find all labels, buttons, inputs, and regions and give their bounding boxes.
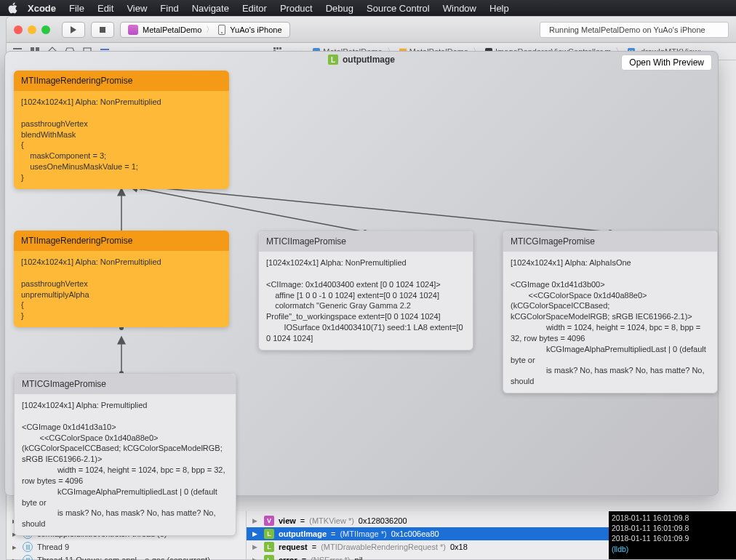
menu-debug[interactable]: Debug — [326, 3, 353, 14]
open-with-preview-button[interactable]: Open With Preview — [621, 55, 712, 71]
variable-row[interactable]: ▶Lrequest = (MTIDrawableRenderingRequest… — [252, 540, 603, 553]
graph-node[interactable]: MTICGImagePromise [1024x1024x1] Alpha: A… — [503, 231, 718, 393]
node-title: MTICGImagePromise — [503, 231, 717, 252]
svg-rect-4 — [31, 47, 34, 51]
app-name[interactable]: Xcode — [28, 3, 56, 14]
minimize-button[interactable] — [28, 25, 36, 34]
svg-rect-1 — [13, 48, 22, 49]
console[interactable]: 2018-01-11 16:01:09.8 2018-01-11 16:01:0… — [609, 511, 736, 559]
node-body: [1024x1024x1] Alpha: NonPremultiplied pa… — [14, 91, 229, 189]
scheme-icon — [128, 25, 138, 35]
node-body: [1024x1024x1] Alpha: Premultiplied <CGIm… — [15, 394, 236, 535]
graph-node[interactable]: MTIImageRenderingPromise [1024x1024x1] A… — [14, 71, 229, 189]
zoom-button[interactable] — [41, 25, 50, 34]
apple-logo-icon — [7, 2, 17, 14]
variable-row[interactable]: ▶Vview = (MTKView *) 0x128036200 — [252, 514, 603, 527]
titlebar: MetalPetalDemo 〉 YuAo's iPhone Running M… — [7, 17, 736, 43]
panel-title: L outputImage — [328, 55, 395, 65]
variable-row-selected[interactable]: ▶LoutputImage = (MTIImage *) 0x1c006ea80 — [247, 527, 609, 540]
macos-menubar: Xcode File Edit View Find Navigate Edito… — [0, 0, 736, 16]
menu-editor[interactable]: Editor — [242, 3, 267, 14]
svg-rect-0 — [100, 27, 105, 33]
menu-window[interactable]: Window — [443, 3, 476, 14]
svg-rect-13 — [276, 47, 279, 49]
window-controls — [14, 25, 50, 34]
menu-help[interactable]: Help — [489, 3, 509, 14]
node-body: [1024x1024x1] Alpha: NonPremultiplied <C… — [259, 252, 473, 350]
activity-status: Running MetalPetalDemo on YuAo's iPhone — [540, 22, 729, 38]
graph-node[interactable]: MTICGImagePromise [1024x1024x1] Alpha: P… — [14, 373, 236, 536]
menu-source-control[interactable]: Source Control — [367, 3, 430, 14]
console-line: 2018-01-11 16:01:09.8 — [612, 513, 733, 523]
svg-line-24 — [135, 185, 610, 232]
graph-node[interactable]: MTIImageRenderingPromise [1024x1024x1] A… — [14, 231, 229, 327]
scheme-name: MetalPetalDemo — [143, 25, 201, 34]
thread-row[interactable]: ▸Thread 9 — [12, 540, 240, 553]
svg-rect-5 — [36, 47, 39, 51]
run-button[interactable] — [62, 22, 85, 38]
variable-row[interactable]: ▶Lerror = (NSError *) nil — [252, 553, 603, 560]
close-button[interactable] — [14, 25, 23, 34]
node-title: MTICIImagePromise — [259, 231, 473, 252]
device-name: YuAo's iPhone — [230, 25, 281, 34]
stop-button[interactable] — [91, 22, 114, 38]
variable-badge-icon: L — [328, 55, 338, 65]
menu-file[interactable]: File — [69, 3, 84, 14]
menu-product[interactable]: Product — [280, 3, 313, 14]
svg-rect-14 — [279, 47, 281, 49]
node-title: MTIImageRenderingPromise — [14, 71, 229, 91]
console-line: 2018-01-11 16:01:09.8 — [612, 523, 733, 533]
menu-edit[interactable]: Edit — [97, 3, 113, 14]
menu-find[interactable]: Find — [160, 3, 178, 14]
scheme-selector[interactable]: MetalPetalDemo 〉 YuAo's iPhone — [120, 22, 290, 38]
menu-view[interactable]: View — [127, 3, 147, 14]
device-icon — [218, 25, 225, 35]
variables-view: ▶Vview = (MTKView *) 0x128036200 ▶Loutpu… — [247, 511, 609, 559]
node-body: [1024x1024x1] Alpha: NonPremultiplied pa… — [14, 251, 229, 327]
node-title: MTICGImagePromise — [15, 374, 236, 394]
svg-line-23 — [130, 187, 365, 232]
lldb-prompt: (lldb) — [612, 544, 733, 554]
quicklook-panel: L outputImage Open With Preview MTIImage… — [4, 51, 719, 496]
console-line: 2018-01-11 16:01:09.9 — [612, 533, 733, 543]
graph-node[interactable]: MTICIImagePromise [1024x1024x1] Alpha: N… — [258, 231, 473, 351]
svg-rect-9 — [100, 49, 109, 50]
node-title: MTIImageRenderingPromise — [14, 231, 229, 251]
thread-row[interactable]: ▸Thread 11 Queue: com.appl…e-qos (concur… — [12, 553, 240, 560]
svg-rect-12 — [273, 47, 276, 49]
node-body: [1024x1024x1] Alpha: AlphaIsOne <CGImage… — [503, 252, 717, 393]
menu-navigate[interactable]: Navigate — [192, 3, 229, 14]
